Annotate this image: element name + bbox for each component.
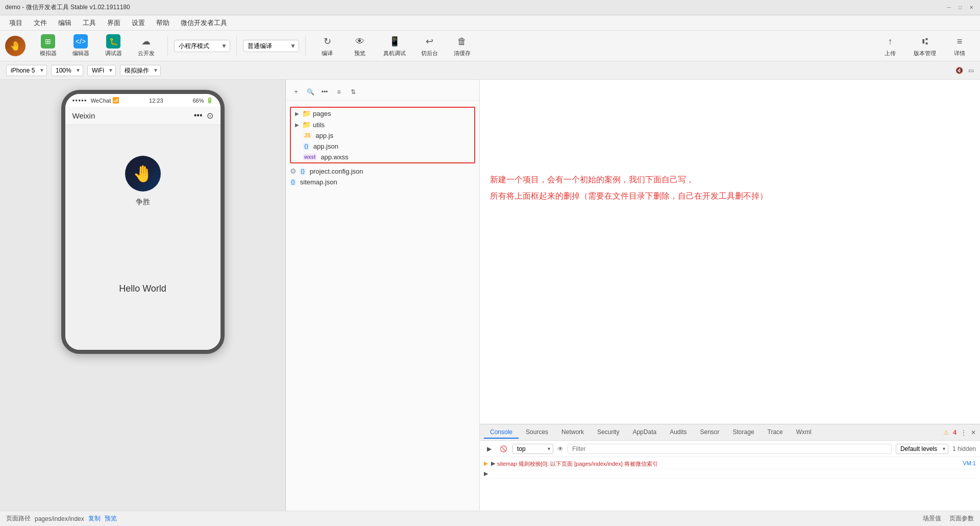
detail-button[interactable]: ≡ 详情: [944, 32, 975, 59]
utils-arrow: ▶: [295, 122, 299, 128]
file-item-projectconfig[interactable]: ⚙ {} project.config.json: [286, 165, 479, 177]
maximize-button[interactable]: □: [957, 4, 964, 11]
device-select[interactable]: iPhone 5: [6, 65, 47, 76]
more-dots-icon[interactable]: •••: [194, 111, 203, 121]
phone-hello-text: Hello World: [119, 283, 166, 294]
file-item-appjs[interactable]: JS app.js: [291, 130, 474, 141]
cloud-button[interactable]: ☁ 云开发: [131, 32, 161, 59]
projectconfig-label: project.config.json: [310, 168, 363, 175]
editor-area: + 🔍 ••• ≡ ⇅ ▶ 📁 pages: [286, 80, 980, 511]
tab-sensor[interactable]: Sensor: [694, 426, 726, 439]
menu-item-帮助[interactable]: 帮助: [151, 16, 175, 30]
phone-avatar-circle: 🤚: [125, 156, 161, 192]
cut-back-label: 切后台: [421, 50, 438, 57]
phone-nav-title: Weixin: [72, 111, 95, 120]
instruction-text: 新建一个项目，会有一个初始的案例，我们下面自己写， 所有将上面框起来的删掉（需要…: [490, 172, 970, 204]
sort-icon[interactable]: ⇅: [347, 86, 359, 98]
compile-mode-select[interactable]: 普通编译: [243, 40, 299, 52]
filter-input[interactable]: [568, 444, 892, 454]
file-item-sitemap[interactable]: {} sitemap.json: [286, 177, 479, 187]
tab-security[interactable]: Security: [591, 426, 625, 439]
version-mgmt-button[interactable]: ⑆ 版本管理: [908, 32, 942, 59]
minimize-button[interactable]: ─: [945, 4, 952, 11]
menu-item-文件[interactable]: 文件: [29, 16, 52, 30]
device-select-wrapper: iPhone 5 ▼: [6, 65, 47, 76]
tab-storage[interactable]: Storage: [727, 426, 761, 439]
file-item-pages[interactable]: ▶ 📁 pages: [291, 108, 474, 119]
add-file-button[interactable]: +: [290, 86, 302, 98]
menu-item-界面[interactable]: 界面: [102, 16, 126, 30]
clear-cache-button[interactable]: 🗑 清缓存: [447, 32, 477, 59]
simulator-button[interactable]: ⊞ 模拟器: [33, 32, 63, 59]
circle-icon[interactable]: ⊙: [207, 111, 213, 121]
preview-status-button[interactable]: 预览: [105, 514, 117, 523]
menu-item-微信开发者工具[interactable]: 微信开发者工具: [176, 16, 232, 30]
tab-sources[interactable]: Sources: [520, 426, 554, 439]
editor-button[interactable]: </> 编辑器: [65, 32, 96, 59]
search-button[interactable]: 🔍: [304, 86, 316, 98]
content-area: 新建一个项目，会有一个初始的案例，我们下面自己写， 所有将上面框起来的删掉（需要…: [480, 80, 980, 424]
simulator-panel: ●●●●● WeChat 📶 12:23 66% 🔋 Weixin ••• ⊙: [0, 80, 286, 511]
simulator-label: 模拟器: [40, 50, 57, 57]
wifi-icon: 📶: [112, 97, 119, 104]
editor-icon: </>: [74, 34, 88, 49]
console-play-button[interactable]: ▶: [484, 444, 494, 454]
network-select[interactable]: WiFi: [87, 65, 116, 76]
scene-value-button[interactable]: 场景值: [923, 514, 941, 523]
devtools-console-bar: ▶ 🚫 top ▼ 👁 Default levels: [480, 441, 980, 457]
menu-item-工具[interactable]: 工具: [78, 16, 101, 30]
console-stop-button[interactable]: 🚫: [498, 444, 508, 454]
tab-audits[interactable]: Audits: [664, 426, 693, 439]
action-select[interactable]: 模拟操作: [120, 65, 161, 76]
tab-network[interactable]: Network: [555, 426, 590, 439]
simulator-icon: ⊞: [41, 34, 55, 49]
devtools-close-icon[interactable]: ✕: [971, 429, 976, 436]
audio-icon[interactable]: 🔇: [955, 67, 963, 74]
toolbar-right: ↑ 上传 ⑆ 版本管理 ≡ 详情: [875, 32, 975, 59]
tab-console[interactable]: Console: [484, 426, 519, 439]
tab-appdata[interactable]: AppData: [626, 426, 663, 439]
eye-icon[interactable]: 👁: [557, 445, 564, 452]
menu-item-编辑[interactable]: 编辑: [53, 16, 77, 30]
debugger-icon: 🐛: [106, 34, 120, 49]
debugger-button[interactable]: 🐛 调试器: [98, 32, 129, 59]
file-item-appjson[interactable]: {} app.json: [291, 141, 474, 152]
menu-item-项目[interactable]: 项目: [4, 16, 28, 30]
devtools-panel: Console Sources Network Security AppData…: [480, 424, 980, 511]
real-debug-label: 真机调试: [383, 50, 406, 57]
json-icon-project: {}: [300, 168, 306, 175]
levels-select[interactable]: Default levels: [896, 444, 948, 454]
status-right: 场景值 页面参数: [923, 514, 974, 523]
toolbar: 🤚 ⊞ 模拟器 </> 编辑器 🐛 调试器 ☁ 云开发 小程序模式 ▼ 普通编译…: [0, 31, 980, 61]
tab-trace[interactable]: Trace: [762, 426, 789, 439]
upload-button[interactable]: ↑ 上传: [875, 32, 905, 59]
right-panel: + 🔍 ••• ≡ ⇅ ▶ 📁 pages: [286, 80, 980, 511]
tab-wxml[interactable]: Wxml: [790, 426, 818, 439]
version-mgmt-label: 版本管理: [914, 50, 936, 57]
compile-button[interactable]: ↻ 编译: [312, 32, 342, 59]
screen-icon[interactable]: ▭: [968, 67, 974, 74]
app-title: demo - 微信开发者工具 Stable v1.02.1911180: [5, 3, 945, 12]
file-item-utils[interactable]: ▶ 📁 utils: [291, 119, 474, 130]
avatar[interactable]: 🤚: [5, 36, 26, 56]
file-explorer: + 🔍 ••• ≡ ⇅ ▶ 📁 pages: [286, 80, 480, 511]
copy-button[interactable]: 复制: [88, 514, 101, 523]
settings-icon[interactable]: ≡: [333, 86, 345, 98]
detail-icon: ≡: [952, 34, 967, 49]
context-select[interactable]: top: [512, 444, 553, 454]
console-file-ref[interactable]: VM:1: [963, 460, 976, 466]
cloud-icon: ☁: [139, 34, 153, 49]
cut-back-button[interactable]: ↩ 切后台: [414, 32, 445, 59]
page-params-button[interactable]: 页面参数: [949, 514, 974, 523]
file-item-appwxss[interactable]: wxst app.wxss: [291, 152, 474, 162]
zoom-select[interactable]: 100%: [51, 65, 83, 76]
phone-time: 12:23: [149, 98, 163, 104]
mode-select[interactable]: 小程序模式: [174, 40, 230, 52]
close-button[interactable]: ✕: [968, 4, 975, 11]
more-options-button[interactable]: •••: [318, 86, 331, 98]
real-debug-button[interactable]: 📱 真机调试: [377, 32, 412, 59]
menu-item-设置[interactable]: 设置: [127, 16, 150, 30]
preview-button[interactable]: 👁 预览: [345, 32, 375, 59]
expand-arrow[interactable]: ▶: [484, 470, 488, 477]
devtools-more-icon[interactable]: ⋮: [961, 429, 967, 436]
